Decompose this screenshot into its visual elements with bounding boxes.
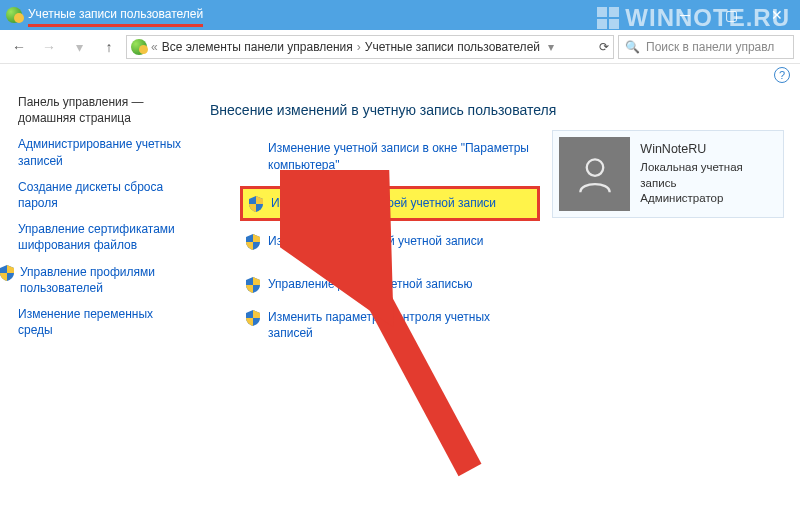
forward-button[interactable]: →: [36, 34, 62, 60]
recent-locations-button[interactable]: ▾: [66, 34, 92, 60]
close-button[interactable]: ✕: [754, 0, 800, 30]
up-button[interactable]: ↑: [96, 34, 122, 60]
account-card: WinNoteRU Локальная учетная запись Админ…: [552, 130, 784, 218]
breadcrumb[interactable]: « Все элементы панели управления › Учетн…: [126, 35, 614, 59]
back-button[interactable]: ←: [6, 34, 32, 60]
search-icon: 🔍: [625, 40, 640, 54]
task-label: Изменение учетной записи в окне "Парамет…: [268, 140, 534, 174]
control-panel-home-link[interactable]: Панель управления — домашняя страница: [18, 94, 190, 126]
shield-icon: [0, 265, 14, 281]
sidebar-item-manage-certificates[interactable]: Управление сертификатами шифрования файл…: [18, 221, 190, 253]
breadcrumb-chevron: «: [151, 40, 158, 54]
task-change-account-name[interactable]: Изменение имени своей учетной записи: [240, 186, 540, 221]
shield-icon: [246, 277, 260, 293]
task-change-account-in-settings[interactable]: Изменение учетной записи в окне "Парамет…: [262, 136, 540, 178]
account-name: WinNoteRU: [640, 141, 777, 158]
breadcrumb-item[interactable]: Все элементы панели управления: [162, 40, 353, 54]
refresh-button[interactable]: ⟳: [599, 40, 609, 54]
chevron-down-icon[interactable]: ▾: [548, 40, 554, 54]
sidebar-item-admin-accounts[interactable]: Администрирование учетных записей: [18, 136, 190, 168]
main-panel: Внесение изменений в учетную запись поль…: [200, 86, 800, 512]
sidebar-item-manage-profiles[interactable]: Управление профилями пользователей: [0, 264, 190, 296]
user-accounts-icon: [6, 7, 22, 23]
search-input[interactable]: [644, 39, 787, 55]
task-manage-other-account[interactable]: Управление другой учетной записью: [240, 272, 540, 297]
navigation-bar: ← → ▾ ↑ « Все элементы панели управления…: [0, 30, 800, 64]
task-label: Изменение имени своей учетной записи: [271, 195, 496, 212]
task-label: Изменить параметры контроля учетных запи…: [268, 309, 534, 343]
minimize-button[interactable]: ─: [662, 0, 708, 30]
sidebar-item-env-vars[interactable]: Изменение переменных среды: [18, 306, 190, 338]
account-type: Локальная учетная запись: [640, 160, 777, 191]
help-button[interactable]: ?: [774, 67, 790, 83]
account-role: Администратор: [640, 191, 777, 207]
window-title: Учетные записи пользователей: [28, 7, 203, 23]
breadcrumb-item[interactable]: Учетные записи пользователей: [365, 40, 540, 54]
user-icon: [573, 152, 617, 196]
shield-icon: [246, 234, 260, 250]
user-accounts-icon: [131, 39, 147, 55]
task-label: Изменение типа своей учетной записи: [268, 233, 483, 250]
task-label: Управление другой учетной записью: [268, 276, 472, 293]
task-change-uac-settings[interactable]: Изменить параметры контроля учетных запи…: [240, 305, 540, 347]
sidebar-item-label: Управление профилями пользователей: [20, 264, 190, 296]
page-title: Внесение изменений в учетную запись поль…: [210, 102, 784, 118]
sidebar: Панель управления — домашняя страница Ад…: [0, 86, 200, 512]
shield-icon: [249, 196, 263, 212]
avatar: [559, 137, 630, 211]
svg-point-0: [586, 159, 603, 176]
maximize-button[interactable]: ▢: [708, 0, 754, 30]
shield-icon: [246, 310, 260, 326]
title-bar: Учетные записи пользователей ─ ▢ ✕: [0, 0, 800, 30]
chevron-right-icon: ›: [357, 40, 361, 54]
sidebar-item-password-reset-disk[interactable]: Создание дискеты сброса пароля: [18, 179, 190, 211]
task-change-account-type[interactable]: Изменение типа своей учетной записи: [240, 229, 540, 254]
search-box[interactable]: 🔍: [618, 35, 794, 59]
